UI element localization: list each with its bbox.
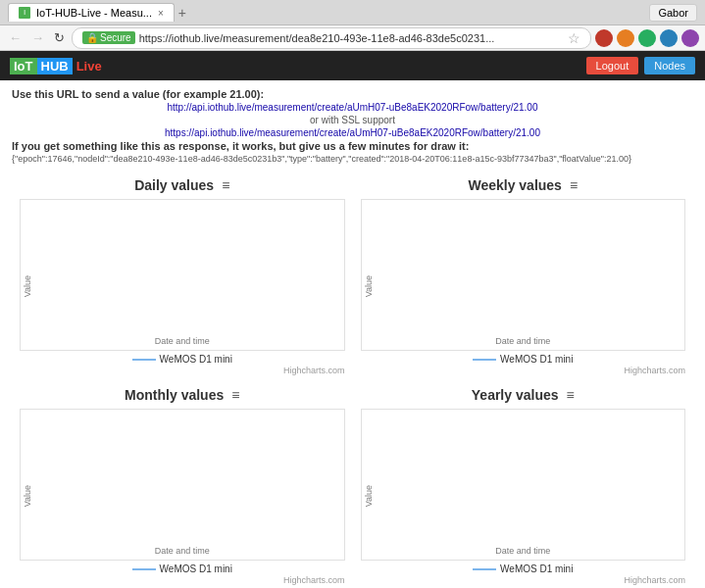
chart-daily-area: Value Date and time	[20, 199, 345, 351]
api-url-https: https://api.iothub.live/measurement/crea…	[12, 127, 693, 138]
chart-yearly-legend-line	[473, 568, 496, 570]
chart-weekly-x-label: Date and time	[495, 336, 550, 346]
chart-daily: Daily values ≡ Value Date and time WeMOS…	[12, 172, 353, 381]
charts-grid: Daily values ≡ Value Date and time WeMOS…	[12, 172, 693, 588]
bookmark-star[interactable]: ☆	[568, 30, 580, 46]
chart-daily-legend: WeMOS D1 mini	[20, 354, 345, 365]
chart-weekly-title: Weekly values	[468, 177, 561, 193]
app-header: IoT HUB Live Logout Nodes	[0, 51, 705, 80]
logo-hub: HUB	[37, 58, 73, 74]
chart-monthly-menu[interactable]: ≡	[231, 387, 239, 403]
chart-monthly-x-label: Date and time	[155, 546, 210, 556]
chart-daily-credit: Highcharts.com	[20, 366, 345, 375]
chart-weekly-y-label: Value	[364, 275, 374, 297]
api-url-http: http://api.iothub.live/measurement/creat…	[12, 102, 693, 113]
url-info-section: Use this URL to send a value (for exampl…	[12, 88, 693, 164]
tab-favicon: I	[19, 7, 30, 19]
chart-weekly-credit: Highcharts.com	[361, 366, 686, 375]
chart-monthly-inner: Value Date and time	[21, 410, 344, 560]
lock-icon: 🔒	[86, 32, 98, 43]
ssl-support-label: or with SSL support	[12, 115, 693, 125]
chart-weekly-menu[interactable]: ≡	[570, 177, 578, 193]
ext-icon-3[interactable]	[638, 29, 656, 47]
chart-daily-header: Daily values ≡	[20, 177, 345, 193]
ext-icon-5[interactable]	[681, 29, 699, 47]
chart-yearly-inner: Value Date and time	[362, 410, 685, 560]
chart-weekly-area: Value Date and time	[361, 199, 686, 351]
gabor-button[interactable]: Gabor	[649, 4, 697, 22]
chart-yearly-credit: Highcharts.com	[361, 575, 686, 585]
nav-bar: ← → ↻ 🔒 Secure https://iothub.live/measu…	[0, 25, 705, 51]
nodes-button[interactable]: Nodes	[644, 57, 695, 74]
ext-icon-4[interactable]	[660, 29, 678, 47]
secure-badge: 🔒 Secure	[82, 31, 135, 44]
chart-monthly: Monthly values ≡ Value Date and time WeM…	[12, 381, 353, 588]
chart-yearly-legend-label: WeMOS D1 mini	[500, 564, 573, 574]
chart-weekly-header: Weekly values ≡	[361, 177, 686, 193]
page-content: Use this URL to send a value (for exampl…	[0, 80, 705, 588]
chart-monthly-title: Monthly values	[125, 387, 224, 403]
active-tab[interactable]: I IoT-HUB-Live - Measu... ×	[8, 3, 175, 22]
chart-weekly-legend: WeMOS D1 mini	[361, 354, 686, 365]
tab-title: IoT-HUB-Live - Measu...	[36, 7, 152, 19]
header-buttons: Logout Nodes	[586, 57, 695, 74]
tab-bar: I IoT-HUB-Live - Measu... × + Gabor	[0, 0, 705, 25]
url-text: https://iothub.live/measurement/dea8e210…	[139, 32, 560, 44]
ext-icon-1[interactable]	[595, 29, 613, 47]
chart-yearly-y-label: Value	[364, 485, 374, 507]
url-bar[interactable]: 🔒 Secure https://iothub.live/measurement…	[72, 27, 591, 49]
chart-monthly-legend: WeMOS D1 mini	[20, 564, 345, 574]
chart-weekly: Weekly values ≡ Value Date and time WeMO…	[353, 172, 694, 381]
chart-weekly-inner: Value Date and time	[362, 200, 685, 350]
logo-live: Live	[73, 58, 106, 74]
refresh-btn[interactable]: ↻	[51, 30, 68, 45]
response-instruction-label: If you get something like this as respon…	[12, 140, 693, 152]
chart-yearly-menu[interactable]: ≡	[567, 387, 575, 403]
chart-yearly-title: Yearly values	[472, 387, 559, 403]
chart-monthly-legend-label: WeMOS D1 mini	[160, 564, 232, 574]
chart-yearly-legend: WeMOS D1 mini	[361, 564, 686, 574]
chart-monthly-credit: Highcharts.com	[20, 575, 345, 585]
chart-daily-x-label: Date and time	[155, 336, 210, 346]
response-code-text: {"epoch":17646,"nodeId":"dea8e210-493e-1…	[12, 154, 693, 164]
chart-weekly-legend-line	[473, 359, 496, 361]
chart-daily-inner: Value Date and time	[21, 200, 344, 350]
app-logo: IoT HUB Live	[10, 58, 106, 74]
back-btn[interactable]: ←	[6, 30, 25, 45]
chart-daily-menu[interactable]: ≡	[222, 177, 229, 193]
chart-monthly-legend-line	[132, 568, 156, 570]
ext-icon-2[interactable]	[617, 29, 634, 47]
chart-daily-title: Daily values	[134, 177, 214, 193]
forward-btn[interactable]: →	[28, 30, 47, 45]
chart-yearly-header: Yearly values ≡	[361, 387, 686, 403]
browser-icons	[595, 29, 699, 47]
chart-yearly: Yearly values ≡ Value Date and time WeMO…	[353, 381, 694, 588]
new-tab-btn[interactable]: +	[178, 5, 186, 21]
tab-close-btn[interactable]: ×	[158, 8, 164, 19]
logo-iot: IoT	[10, 58, 37, 74]
chart-monthly-y-label: Value	[23, 485, 32, 507]
chart-yearly-x-label: Date and time	[495, 546, 550, 556]
logout-button[interactable]: Logout	[586, 57, 639, 74]
chart-daily-legend-label: WeMOS D1 mini	[160, 354, 232, 365]
chart-monthly-area: Value Date and time	[20, 409, 345, 561]
chart-daily-y-label: Value	[23, 275, 32, 297]
chart-weekly-legend-label: WeMOS D1 mini	[500, 354, 573, 365]
chart-daily-legend-line	[132, 359, 156, 361]
chart-yearly-area: Value Date and time	[361, 409, 686, 561]
url-instruction-label: Use this URL to send a value (for exampl…	[12, 88, 693, 100]
chart-monthly-header: Monthly values ≡	[20, 387, 345, 403]
